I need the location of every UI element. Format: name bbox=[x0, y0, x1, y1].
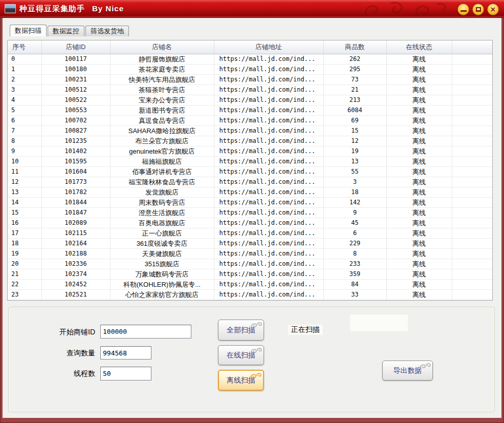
table-row[interactable]: 23102521心怡之家家纺官方旗舰店https://mall.jd.com/i… bbox=[8, 289, 492, 300]
column-header-1[interactable]: 店铺ID bbox=[41, 40, 110, 54]
table-header-row: 序号店铺ID店铺名店铺地址商品数在线状态 bbox=[8, 40, 492, 54]
minimize-icon bbox=[461, 10, 467, 12]
cell-status: 离线 bbox=[386, 74, 452, 84]
table-row[interactable]: 13101782发觉旗舰店https://mall.jd.com/ind...1… bbox=[8, 187, 492, 197]
export-data-button[interactable]: 导出数据 bbox=[382, 361, 433, 380]
window-controls: × bbox=[457, 4, 499, 15]
table-row[interactable]: 1100180茶花家庭专卖店https://mall.jd.com/ind...… bbox=[8, 64, 492, 74]
table-row[interactable]: 0100117静哲服饰旗舰店https://mall.jd.com/ind...… bbox=[8, 54, 492, 64]
column-header-6[interactable] bbox=[452, 40, 492, 54]
cell-product-count: 12 bbox=[323, 136, 386, 146]
cell-shop-name: 心怡之家家纺官方旗舰店 bbox=[110, 289, 214, 300]
cell-index: 12 bbox=[8, 177, 41, 187]
column-header-4[interactable]: 商品数 bbox=[323, 40, 386, 54]
table-row[interactable]: 5100553新道图书专营店https://mall.jd.com/ind...… bbox=[8, 105, 492, 115]
table-row[interactable]: 18102164361度锐诚专卖店https://mall.jd.com/ind… bbox=[8, 238, 492, 248]
table-row[interactable]: 10101595福施福旗舰店https://mall.jd.com/ind...… bbox=[8, 156, 492, 166]
cell-index: 15 bbox=[8, 207, 41, 218]
table-row[interactable]: 11101604佰事通对讲机专营店https://mall.jd.com/ind… bbox=[8, 166, 492, 177]
cell-shop-id: 102089 bbox=[41, 218, 110, 228]
cell-product-count: 45 bbox=[323, 218, 386, 228]
cell-blank bbox=[452, 207, 492, 218]
cell-shop-url: https://mall.jd.com/ind... bbox=[214, 248, 323, 259]
cell-shop-name: 福宝隆秋林食品专营店 bbox=[110, 177, 214, 187]
column-header-2[interactable]: 店铺名 bbox=[110, 40, 214, 54]
table-row[interactable]: 16102089百奥电器旗舰店https://mall.jd.com/ind..… bbox=[8, 218, 492, 228]
cell-shop-url: https://mall.jd.com/ind... bbox=[214, 197, 323, 207]
scan-all-button[interactable]: 全部扫描 bbox=[218, 320, 264, 341]
table-row[interactable]: 15101847澄意生活旗舰店https://mall.jd.com/ind..… bbox=[8, 207, 492, 218]
table-row[interactable]: 17102115正一心旗舰店https://mall.jd.com/ind...… bbox=[8, 228, 492, 238]
table-row[interactable]: 6100702真逗食品专营店https://mall.jd.com/ind...… bbox=[8, 115, 492, 125]
cell-status: 离线 bbox=[386, 238, 452, 248]
table-row[interactable]: 12101773福宝隆秋林食品专营店https://mall.jd.com/in… bbox=[8, 177, 492, 187]
table-row[interactable]: 2100231快美特汽车用品旗舰店https://mall.jd.com/ind… bbox=[8, 74, 492, 84]
scan-offline-button[interactable]: 离线扫描 bbox=[218, 370, 264, 391]
table-row[interactable]: 4100522宝来办公专营店https://mall.jd.com/ind...… bbox=[8, 95, 492, 105]
cell-index: 21 bbox=[8, 269, 41, 279]
cell-index: 20 bbox=[8, 259, 41, 269]
column-header-5[interactable]: 在线状态 bbox=[386, 40, 452, 54]
table-row[interactable]: 22102452科勒(KOHLER)协佩居专...https://mall.jd… bbox=[8, 279, 492, 289]
start-shop-id-input[interactable] bbox=[100, 325, 191, 339]
cell-shop-id: 101604 bbox=[41, 166, 110, 177]
cell-shop-id: 101773 bbox=[41, 177, 110, 187]
cell-shop-id: 100512 bbox=[41, 84, 110, 95]
cell-shop-url: https://mall.jd.com/ind... bbox=[214, 228, 323, 238]
cell-product-count: 8 bbox=[323, 248, 386, 259]
cell-shop-id: 101782 bbox=[41, 187, 110, 197]
cell-product-count: 6 bbox=[323, 228, 386, 238]
cell-status: 离线 bbox=[386, 279, 452, 289]
tab-0[interactable]: 数据扫描 bbox=[10, 25, 47, 36]
table-row[interactable]: 9101402genuinetek官方旗舰店https://mall.jd.co… bbox=[8, 146, 492, 156]
title-bar[interactable]: 种豆得豆采集助手By Nice × bbox=[0, 0, 504, 18]
cell-shop-id: 102452 bbox=[41, 279, 110, 289]
cell-product-count: 84 bbox=[323, 279, 386, 289]
cell-blank bbox=[452, 218, 492, 228]
table-row[interactable]: 7100827SAHARA撒哈拉旗舰店https://mall.jd.com/i… bbox=[8, 125, 492, 136]
table-row[interactable]: 14101844周末数码专营店https://mall.jd.com/ind..… bbox=[8, 197, 492, 207]
maximize-button[interactable] bbox=[472, 4, 484, 15]
table-row[interactable]: 3100512茶猫茶叶专营店https://mall.jd.com/ind...… bbox=[8, 84, 492, 95]
swirl-icon bbox=[419, 362, 432, 371]
cell-shop-url: https://mall.jd.com/ind... bbox=[214, 146, 323, 156]
cell-status: 离线 bbox=[386, 248, 452, 259]
table-row[interactable]: 8101235布兰朵官方旗舰店https://mall.jd.com/ind..… bbox=[8, 136, 492, 146]
tab-1[interactable]: 数据监控 bbox=[48, 26, 84, 36]
shop-table-container[interactable]: 序号店铺ID店铺名店铺地址商品数在线状态 0100117静哲服饰旗舰店https… bbox=[7, 40, 493, 301]
query-count-input[interactable] bbox=[100, 346, 151, 359]
table-row[interactable]: 21102374万象城数码专营店https://mall.jd.com/ind.… bbox=[8, 269, 492, 279]
table-body: 0100117静哲服饰旗舰店https://mall.jd.com/ind...… bbox=[8, 54, 492, 307]
cell-status: 离线 bbox=[386, 54, 452, 64]
minimize-button[interactable] bbox=[457, 4, 469, 15]
cell-shop-url: https://mall.jd.com/ind... bbox=[214, 136, 323, 146]
cell-status: 离线 bbox=[386, 146, 452, 156]
cell-shop-id: 100231 bbox=[41, 74, 110, 84]
scan-online-button[interactable]: 在线扫描 bbox=[218, 345, 264, 365]
cell-status: 离线 bbox=[386, 187, 452, 197]
tab-2[interactable]: 筛选发货地 bbox=[85, 26, 129, 36]
column-header-3[interactable]: 店铺地址 bbox=[214, 40, 323, 54]
cell-index: 23 bbox=[8, 289, 41, 300]
cell-status: 离线 bbox=[386, 228, 452, 238]
cell-blank bbox=[452, 269, 492, 279]
table-row[interactable]: 19102188天美健旗舰店https://mall.jd.com/ind...… bbox=[8, 248, 492, 259]
cell-index: 5 bbox=[8, 105, 41, 115]
cell-shop-id: 101402 bbox=[41, 146, 110, 156]
cell-shop-name: 宝来办公专营店 bbox=[110, 95, 214, 105]
export-data-label: 导出数据 bbox=[393, 366, 422, 374]
cell-shop-url: https://mall.jd.com/ind... bbox=[214, 105, 323, 115]
thread-count-input[interactable] bbox=[100, 367, 151, 380]
cell-shop-url: https://mall.jd.com/ind... bbox=[214, 238, 323, 248]
shop-table: 序号店铺ID店铺名店铺地址商品数在线状态 0100117静哲服饰旗舰店https… bbox=[8, 40, 492, 307]
cell-index: 11 bbox=[8, 166, 41, 177]
column-header-0[interactable]: 序号 bbox=[8, 40, 41, 54]
table-row[interactable]: 201023363515旗舰店https://mall.jd.com/ind..… bbox=[8, 259, 492, 269]
cell-status: 离线 bbox=[386, 197, 452, 207]
cell-product-count: 73 bbox=[323, 74, 386, 84]
app-title: 种豆得豆采集助手 bbox=[19, 4, 85, 13]
cell-blank bbox=[452, 238, 492, 248]
cell-blank bbox=[452, 177, 492, 187]
close-button[interactable]: × bbox=[487, 4, 499, 15]
cell-shop-url: https://mall.jd.com/ind... bbox=[214, 259, 323, 269]
